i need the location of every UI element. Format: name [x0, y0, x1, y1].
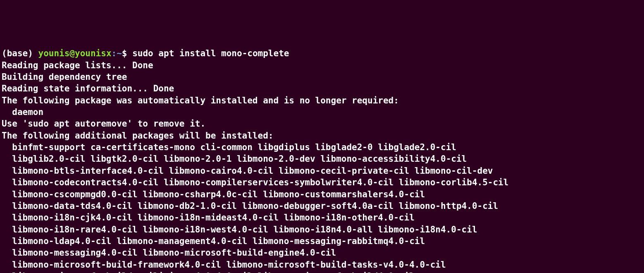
prompt-base: (base) — [2, 48, 38, 58]
output-line: Use 'sudo apt autoremove' to remove it. — [2, 119, 205, 129]
prompt-symbol: $ — [122, 48, 132, 58]
output-line: The following additional packages will b… — [2, 131, 273, 141]
output-line: Reading state information... Done — [2, 84, 174, 93]
output-line: libmono-messaging4.0-cil libmono-microso… — [2, 248, 336, 258]
output-line: libmono-codecontracts4.0-cil libmono-com… — [2, 177, 508, 187]
output-line: libmono-ldap4.0-cil libmono-management4.… — [2, 236, 425, 246]
command-text: sudo apt install mono-complete — [132, 48, 289, 58]
output-line: libmono-data-tds4.0-cil libmono-db2-1.0-… — [2, 201, 498, 211]
output-line: libmono-cscompmgd0.0-cil libmono-csharp4… — [2, 189, 425, 199]
output-line: libmono-btls-interface4.0-cil libmono-ca… — [2, 166, 493, 176]
output-line: libglib2.0-cil libgtk2.0-cil libmono-2.0… — [2, 154, 467, 164]
prompt-user-host: younis@younisx — [38, 48, 112, 58]
output-line: Building dependency tree — [2, 72, 127, 82]
output-line: libmono-microsoft-build-framework4.0-cil… — [2, 260, 446, 270]
terminal-output[interactable]: (base) younis@younisx:~$ sudo apt instal… — [2, 48, 642, 273]
output-line: libmono-i18n-cjk4.0-cil libmono-i18n-mid… — [2, 213, 415, 223]
output-line: Reading package lists... Done — [2, 60, 153, 70]
output-line: binfmt-support ca-certificates-mono cli-… — [2, 142, 456, 152]
prompt-path: :~ — [112, 48, 122, 58]
output-line: libmono-microsoft-build-utilities-v4.0-4… — [2, 271, 415, 273]
output-line: libmono-i18n-rare4.0-cil libmono-i18n-we… — [2, 225, 477, 235]
output-line: daemon — [2, 107, 43, 117]
output-line: The following package was automatically … — [2, 96, 399, 105]
